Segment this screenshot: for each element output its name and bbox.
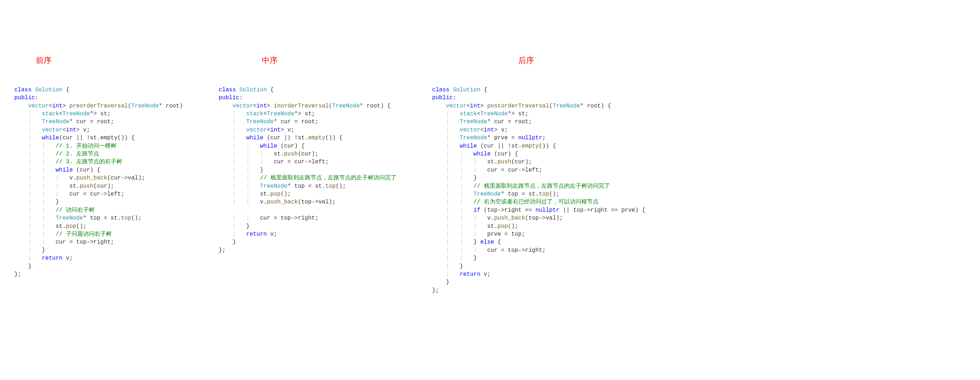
lt: < bbox=[253, 103, 257, 109]
kw-while: while bbox=[260, 143, 277, 149]
gt: > bbox=[62, 103, 66, 109]
type-solution: Solution bbox=[239, 87, 267, 93]
comment-stack: // 栈里面取到左路节点，左路节点的左子树访问完了 bbox=[260, 175, 396, 181]
fn-top: top bbox=[121, 215, 132, 221]
fn-push-back: push_back bbox=[494, 215, 525, 221]
paren-open: ( bbox=[128, 103, 132, 109]
call-pop-close: (); bbox=[508, 223, 518, 230]
brace-close: } bbox=[474, 175, 477, 181]
fn-push: push bbox=[498, 159, 511, 165]
var-v: v; bbox=[498, 127, 508, 133]
type-treenode: TreeNode bbox=[260, 183, 288, 189]
class-close: }; bbox=[14, 271, 21, 278]
push-back-cur: (cur->val); bbox=[107, 175, 145, 181]
type-vector: vector bbox=[28, 103, 49, 109]
class-close: }; bbox=[219, 247, 226, 254]
fn-empty: empty bbox=[522, 143, 539, 149]
brace-close: } bbox=[56, 199, 59, 205]
type-treenode: TreeNode bbox=[62, 111, 90, 117]
type-stack: stack bbox=[246, 111, 263, 117]
kw-public: public bbox=[432, 95, 453, 101]
type-solution: Solution bbox=[453, 87, 480, 93]
kw-return: return bbox=[460, 271, 480, 278]
type-treenode: TreeNode bbox=[460, 135, 487, 141]
prve-decl-close: ; bbox=[542, 135, 546, 141]
type-int: int bbox=[484, 127, 494, 133]
kw-while: while bbox=[460, 143, 477, 149]
fn-push-back: push_back bbox=[76, 175, 107, 181]
colon: : bbox=[239, 95, 243, 101]
fn-pop: pop bbox=[270, 191, 281, 197]
kw-nullptr: nullptr bbox=[536, 207, 560, 213]
cond-outer-open: (cur || !st. bbox=[477, 143, 522, 149]
comment-3: // 3. 左路节点的右子树 bbox=[56, 159, 122, 165]
type-treenode: TreeNode bbox=[56, 215, 83, 221]
brace-close: } bbox=[232, 239, 236, 245]
brace-close: } bbox=[460, 263, 463, 270]
cond-outer-close: ()) { bbox=[325, 135, 342, 141]
preorder-title: 前序 bbox=[7, 55, 183, 66]
paren-close-brace: ) { bbox=[601, 103, 611, 109]
assign-left: cur = cur->left; bbox=[274, 159, 329, 165]
prve-decl: prve = bbox=[491, 135, 518, 141]
kw-class: class bbox=[219, 87, 236, 93]
type-treenode: TreeNode bbox=[553, 103, 580, 109]
inorder-column: 中序 class Solution { public: vector<int> … bbox=[212, 40, 396, 270]
type-treenode: TreeNode bbox=[474, 191, 501, 197]
call-top-close: (); bbox=[131, 215, 142, 221]
decl-top: top = st. bbox=[504, 191, 539, 197]
push-cur: (cur); bbox=[298, 151, 318, 157]
assign-right: cur = top->right; bbox=[487, 247, 546, 254]
colon: : bbox=[453, 95, 456, 101]
kw-public: public bbox=[14, 95, 35, 101]
comment-visit-right: // 访问右子树 bbox=[56, 207, 95, 213]
brace-close: } bbox=[28, 263, 32, 270]
colon: : bbox=[35, 95, 39, 101]
comment-stack: // 栈里面取到左路节点，左路节点的左子树访问完了 bbox=[474, 183, 610, 189]
kw-class: class bbox=[14, 87, 32, 93]
kw-while: while bbox=[246, 135, 263, 141]
type-int: int bbox=[66, 127, 76, 133]
v-dot: v. bbox=[487, 215, 494, 221]
var-v: v; bbox=[80, 127, 90, 133]
cond-inner: (cur) { bbox=[277, 143, 305, 149]
gt: > bbox=[298, 111, 301, 117]
fn-preorder: preorderTraversal bbox=[70, 103, 128, 109]
brace-close: } bbox=[260, 167, 264, 173]
type-vector: vector bbox=[246, 127, 267, 133]
comment-2: // 2. 左路节点 bbox=[56, 151, 99, 157]
postorder-code: class Solution { public: vector<int> pos… bbox=[425, 86, 646, 294]
var-st: st; bbox=[97, 111, 110, 117]
brace-close: } bbox=[446, 279, 450, 285]
fn-pop: pop bbox=[498, 223, 508, 230]
fn-pop: pop bbox=[66, 223, 76, 230]
fn-inorder: inorderTraversal bbox=[274, 103, 329, 109]
param-root: root bbox=[162, 103, 180, 109]
preorder-column: 前序 class Solution { public: vector<int> … bbox=[7, 40, 183, 295]
cond-inner: (cur) { bbox=[73, 167, 100, 173]
kw-if: if bbox=[474, 207, 480, 213]
type-vector: vector bbox=[446, 103, 467, 109]
star: * bbox=[487, 135, 491, 141]
comment-1: // 1. 开始访问一棵树 bbox=[56, 143, 116, 149]
lt: < bbox=[49, 103, 52, 109]
gt: > bbox=[267, 103, 270, 109]
brace-close: } bbox=[42, 247, 46, 254]
preorder-code: class Solution { public: vector<int> pre… bbox=[7, 86, 183, 278]
assign-left: cur = cur->left; bbox=[70, 191, 125, 197]
type-treenode: TreeNode bbox=[132, 103, 159, 109]
fn-top: top bbox=[539, 191, 549, 197]
paren-open: ( bbox=[329, 103, 332, 109]
brace: { bbox=[66, 87, 70, 93]
type-treenode: TreeNode bbox=[332, 103, 360, 109]
brace-close: } bbox=[474, 255, 477, 261]
lt: < bbox=[59, 111, 63, 117]
paren-close-brace: ) { bbox=[380, 103, 391, 109]
lt: < bbox=[467, 103, 470, 109]
brace: { bbox=[498, 239, 501, 245]
comment-right: // 右为空或者右已经访问过了，可以访问根节点 bbox=[474, 199, 598, 205]
star: * bbox=[83, 215, 87, 221]
assign-right: cur = top->right; bbox=[56, 239, 114, 245]
inorder-title: 中序 bbox=[212, 55, 396, 66]
push-cur: (cur); bbox=[511, 159, 532, 165]
